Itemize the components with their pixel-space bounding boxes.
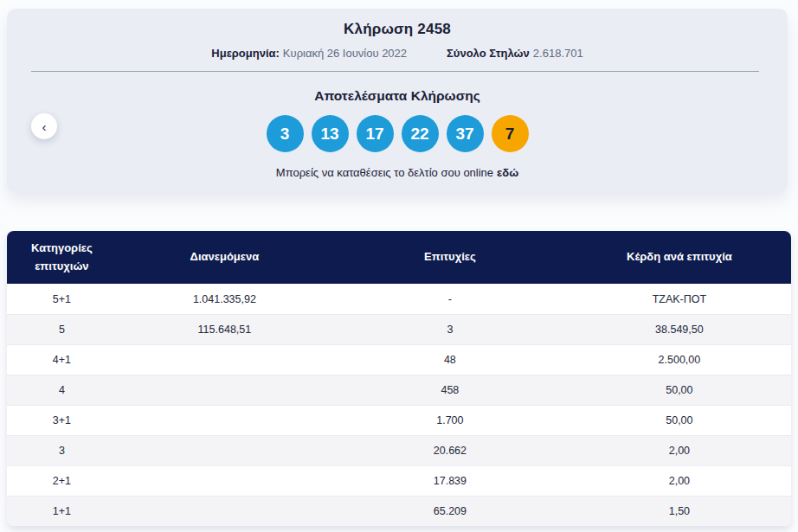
- table-row: 3+11.70050,00: [7, 405, 791, 435]
- column-header-winnings-per-winner: Κέρδη ανά επιτυχία: [568, 231, 791, 284]
- column-header-label: Κέρδη ανά επιτυχία: [627, 250, 732, 263]
- column-header-label: Διανεμόμενα: [190, 250, 260, 263]
- cell-winnings-per-winner: 2,00: [568, 465, 791, 496]
- results-table: Κατηγορίες επιτυχιώνΔιανεμόμεναΕπιτυχίες…: [7, 231, 791, 526]
- total-columns-label: Σύνολο Στηλών: [447, 47, 530, 60]
- draw-meta: Ημερομηνία:Κυριακή 26 Ιουνίου 2022 Σύνολ…: [7, 47, 788, 60]
- cell-category: 2+1: [7, 465, 117, 496]
- table-row: 5+11.041.335,92-ΤΖΑΚ-ΠΟΤ: [7, 284, 791, 314]
- date-value: Κυριακή 26 Ιουνίου 2022: [283, 47, 407, 60]
- deposit-text: Μπορείς να καταθέσεις το δελτίο σου onli…: [276, 166, 493, 179]
- winnings-table: Κατηγορίες επιτυχιώνΔιανεμόμεναΕπιτυχίες…: [7, 231, 791, 526]
- cell-distributed: [117, 496, 332, 526]
- cell-winners: -: [332, 284, 568, 314]
- chevron-left-icon: ‹: [42, 119, 47, 134]
- cell-distributed: [117, 375, 332, 405]
- table-row: 4+1482.500,00: [7, 344, 791, 375]
- number-ball: 22: [402, 115, 439, 152]
- deposit-line: Μπορείς να καταθέσεις το δελτίο σου onli…: [7, 166, 788, 179]
- cell-winnings-per-winner: ΤΖΑΚ-ΠΟΤ: [568, 284, 791, 314]
- draw-card: Κλήρωση 2458 Ημερομηνία:Κυριακή 26 Ιουνί…: [7, 9, 788, 192]
- cell-winnings-per-winner: 2,00: [568, 435, 791, 465]
- column-header-label: Επιτυχίες: [424, 250, 476, 263]
- total-columns-value: 2.618.701: [533, 47, 583, 60]
- column-header-label: Κατηγορίες επιτυχιών: [21, 240, 103, 274]
- table-row: 320.6622,00: [7, 435, 791, 465]
- cell-category: 1+1: [7, 496, 117, 526]
- cell-winnings-per-winner: 50,00: [568, 375, 791, 405]
- cell-winners: 3: [332, 314, 568, 344]
- number-ball: 3: [267, 115, 304, 152]
- cell-category: 3: [7, 435, 117, 465]
- divider: [31, 71, 759, 72]
- deposit-link[interactable]: εδώ: [497, 166, 518, 179]
- cell-category: 5: [7, 314, 117, 344]
- column-header-winners: Επιτυχίες: [332, 231, 568, 284]
- date-label: Ημερομηνία:: [211, 47, 280, 60]
- total-columns: Σύνολο Στηλών2.618.701: [447, 47, 583, 60]
- page: Κλήρωση 2458 Ημερομηνία:Κυριακή 26 Ιουνί…: [0, 0, 798, 532]
- draw-title: Κλήρωση 2458: [7, 21, 788, 38]
- cell-category: 3+1: [7, 405, 117, 435]
- cell-category: 4+1: [7, 344, 117, 375]
- bonus-number-ball: 7: [492, 115, 529, 152]
- table-row: 2+117.8392,00: [7, 465, 791, 496]
- cell-winners: 17.839: [332, 465, 568, 496]
- cell-winnings-per-winner: 2.500,00: [568, 344, 791, 375]
- draw-date: Ημερομηνία:Κυριακή 26 Ιουνίου 2022: [211, 47, 407, 60]
- cell-winners: 48: [332, 344, 568, 375]
- results-title: Αποτελέσματα Κλήρωσης: [7, 88, 788, 104]
- column-header-category: Κατηγορίες επιτυχιών: [7, 231, 117, 284]
- cell-winners: 65.209: [332, 496, 568, 526]
- table-row: 445850,00: [7, 375, 791, 405]
- number-ball: 37: [447, 115, 484, 152]
- previous-draw-button[interactable]: ‹: [31, 113, 57, 139]
- cell-winners: 20.662: [332, 435, 568, 465]
- cell-category: 5+1: [7, 284, 117, 314]
- number-ball: 13: [312, 115, 349, 152]
- cell-winnings-per-winner: 38.549,50: [568, 314, 791, 344]
- cell-distributed: [117, 405, 332, 435]
- table-header-row: Κατηγορίες επιτυχιώνΔιανεμόμεναΕπιτυχίες…: [7, 231, 791, 284]
- cell-distributed: [117, 435, 332, 465]
- cell-winners: 458: [332, 375, 568, 405]
- column-header-distributed: Διανεμόμενα: [117, 231, 332, 284]
- table-row: 1+165.2091,50: [7, 496, 791, 526]
- cell-distributed: [117, 344, 332, 375]
- cell-distributed: 115.648,51: [117, 314, 332, 344]
- cell-winnings-per-winner: 1,50: [568, 496, 791, 526]
- number-ball: 17: [357, 115, 394, 152]
- cell-distributed: 1.041.335,92: [117, 284, 332, 314]
- cell-winnings-per-winner: 50,00: [568, 405, 791, 435]
- cell-winners: 1.700: [332, 405, 568, 435]
- cell-category: 4: [7, 375, 117, 405]
- table-row: 5115.648,51338.549,50: [7, 314, 791, 344]
- winning-numbers: 3131722377: [7, 115, 788, 152]
- cell-distributed: [117, 465, 332, 496]
